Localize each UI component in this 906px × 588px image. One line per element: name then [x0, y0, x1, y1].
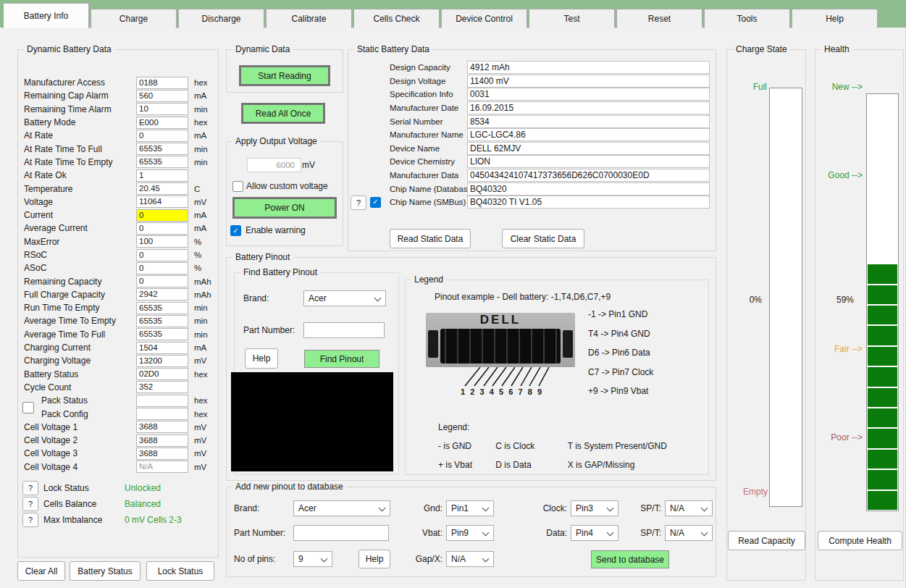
- help-button[interactable]: ?: [351, 196, 366, 210]
- value-input[interactable]: 2942: [136, 288, 188, 301]
- value-input[interactable]: 1: [136, 169, 188, 182]
- value-input[interactable]: 65535: [136, 315, 188, 327]
- tab[interactable]: Charge: [91, 9, 177, 28]
- brand-select[interactable]: Acer: [303, 290, 386, 306]
- send-to-database-button[interactable]: Send to database: [591, 550, 669, 568]
- charge-state-group: Charge State Full 0% Empty Read Capacity: [726, 49, 806, 581]
- help-button[interactable]: Help: [245, 348, 278, 369]
- pin-mapping: -1 -> Pin1 GND: [588, 309, 653, 329]
- value-input[interactable]: 0: [136, 130, 188, 142]
- tab[interactable]: Test: [529, 9, 615, 28]
- dynamic-data-row: ASoC 0 %: [18, 261, 218, 274]
- value-input[interactable]: 0: [136, 222, 188, 235]
- legend-line-2: + is Vbat D is Data X is GAP/Missing: [438, 460, 634, 470]
- value-input[interactable]: 8534: [467, 115, 710, 128]
- clock-select[interactable]: Pin3: [571, 500, 618, 516]
- value-input[interactable]: 352: [136, 381, 188, 393]
- voltage-input[interactable]: 6000: [247, 158, 301, 172]
- value-input[interactable]: 0: [136, 262, 188, 274]
- no-of-pins-select[interactable]: 9: [293, 551, 332, 567]
- value-input[interactable]: 3688: [136, 421, 188, 433]
- gapx-select[interactable]: N/A: [446, 551, 494, 567]
- value-input[interactable]: 11064: [136, 196, 188, 208]
- clear-static-data-button[interactable]: Clear Static Data: [502, 229, 584, 248]
- smbus-checkbox[interactable]: [370, 197, 381, 208]
- tab[interactable]: Cells Check: [353, 9, 440, 28]
- value-input[interactable]: LGC-LGC4.86: [467, 128, 710, 141]
- part-number-input[interactable]: [303, 322, 385, 338]
- lock-status-button[interactable]: Lock Status: [146, 561, 214, 581]
- pack-checkbox[interactable]: [22, 402, 34, 413]
- value-input[interactable]: 0188: [136, 77, 188, 89]
- value-input[interactable]: 10: [136, 103, 188, 115]
- enable-warning-checkbox[interactable]: [230, 225, 241, 236]
- help-button[interactable]: ?: [22, 497, 38, 511]
- value-input[interactable]: E000: [136, 117, 188, 129]
- read-static-data-button[interactable]: Read Static Data: [390, 229, 471, 248]
- help-button[interactable]: ?: [22, 513, 38, 527]
- tab[interactable]: Reset: [616, 9, 702, 28]
- spt2-select[interactable]: N/A: [665, 525, 713, 541]
- value-input[interactable]: 20.45: [136, 182, 188, 195]
- value-input[interactable]: 13200: [136, 355, 188, 367]
- value-input[interactable]: 560: [136, 90, 188, 102]
- value-input[interactable]: BQ40320 TI V1.05: [467, 196, 710, 209]
- allow-custom-voltage-checkbox[interactable]: [232, 181, 243, 192]
- value-input[interactable]: 3688: [136, 448, 188, 460]
- tab[interactable]: Tools: [704, 9, 790, 28]
- clear-all-button[interactable]: Clear All: [17, 561, 65, 581]
- connector-brand-text: DELL: [426, 313, 575, 327]
- help-button[interactable]: ?: [22, 481, 38, 495]
- value-input[interactable]: 4912 mAh: [467, 61, 710, 74]
- value-input[interactable]: [136, 408, 188, 420]
- value-input[interactable]: 16.09.2015: [467, 101, 710, 114]
- value-input[interactable]: 02D0: [136, 368, 188, 380]
- value-input[interactable]: 0: [136, 275, 188, 287]
- read-all-once-button[interactable]: Read All Once: [241, 103, 325, 124]
- unit-label: min: [194, 316, 208, 325]
- gnd-select[interactable]: Pin1: [446, 500, 494, 516]
- part-number-input[interactable]: [293, 525, 389, 541]
- value-input[interactable]: 0: [136, 209, 188, 222]
- value-input[interactable]: 11400 mV: [467, 75, 710, 88]
- static-data-row: Design Capacity 4912 mAh: [348, 61, 716, 75]
- tab[interactable]: Help: [792, 9, 878, 28]
- tab[interactable]: Discharge: [178, 9, 264, 28]
- status-row: ? Max Imbalance 0 mV Cells 2-3: [22, 512, 218, 528]
- data-select[interactable]: Pin4: [571, 525, 618, 541]
- value-input[interactable]: BQ40320: [467, 182, 710, 196]
- static-data-row: Serial Number 8534: [348, 114, 716, 128]
- value-input[interactable]: LION: [467, 155, 710, 168]
- start-reading-button[interactable]: Start Reading: [239, 65, 330, 86]
- field-label: At Rate Time To Empty: [24, 157, 136, 167]
- value-input[interactable]: 65535: [136, 143, 188, 155]
- dynamic-data-row: RSoC 0 %: [18, 248, 218, 261]
- tab[interactable]: Device Control: [441, 9, 527, 28]
- find-pinout-button[interactable]: Find Pinout: [304, 350, 379, 368]
- value-input[interactable]: 65535: [136, 156, 188, 168]
- value-input[interactable]: 65535: [136, 328, 188, 340]
- dynamic-data-row: Cell Voltage 3 3688 mV: [18, 447, 218, 460]
- value-input[interactable]: [136, 395, 188, 407]
- value-input[interactable]: 100: [136, 235, 188, 248]
- value-input[interactable]: 0: [136, 249, 188, 261]
- value-input[interactable]: 3688: [136, 434, 188, 447]
- tab[interactable]: Battery Info: [3, 3, 89, 28]
- tab[interactable]: Calibrate: [266, 9, 352, 28]
- spt1-select[interactable]: N/A: [665, 500, 713, 516]
- value-input[interactable]: DELL 62MJV: [467, 142, 710, 155]
- value-input[interactable]: 045043424107417373656D626C0700030E0D: [467, 169, 710, 182]
- compute-health-button[interactable]: Compute Health: [818, 531, 902, 550]
- battery-status-button[interactable]: Battery Status: [70, 561, 140, 581]
- read-capacity-button[interactable]: Read Capacity: [728, 531, 805, 550]
- value-input[interactable]: N/A: [136, 461, 188, 473]
- value-input[interactable]: 1504: [136, 342, 188, 354]
- help-button[interactable]: Help: [358, 550, 390, 568]
- value-input[interactable]: 65535: [136, 302, 188, 314]
- status-value: 0 mV Cells 2-3: [125, 515, 182, 525]
- vbat-select[interactable]: Pin9: [446, 525, 494, 541]
- value-input[interactable]: 0031: [467, 88, 710, 101]
- power-on-button[interactable]: Power ON: [232, 197, 337, 219]
- brand-select[interactable]: Acer: [293, 500, 390, 516]
- static-data-row: Device Name DELL 62MJV: [348, 142, 716, 156]
